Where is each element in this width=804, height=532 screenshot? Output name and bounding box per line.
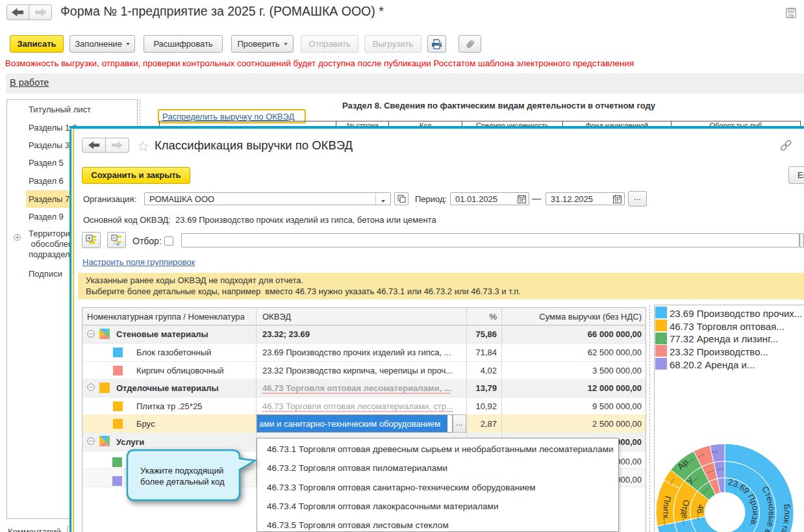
- svg-text:Укажите подходящий: Укажите подходящий: [140, 466, 223, 475]
- svg-text:более детальный код: более детальный код: [140, 477, 225, 487]
